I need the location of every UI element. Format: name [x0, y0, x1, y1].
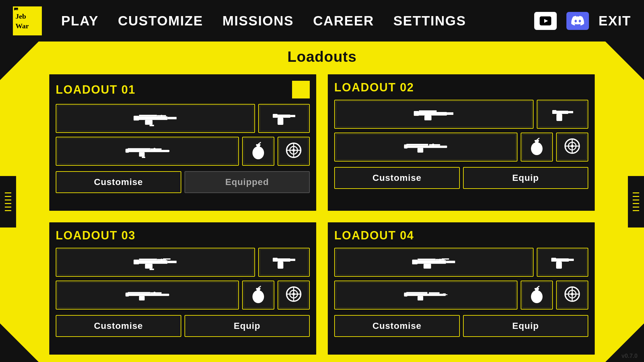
svg-rect-110 — [404, 292, 407, 296]
loadout-01-customise-button[interactable]: Customise — [56, 171, 181, 193]
svg-rect-114 — [443, 293, 446, 294]
loadout-01-color-box[interactable] — [292, 81, 310, 98]
loadout-04-equip-button[interactable]: Equip — [463, 315, 589, 337]
loadout-03-grenade[interactable] — [242, 281, 274, 310]
loadout-03-sniper[interactable] — [56, 281, 239, 310]
svg-rect-42 — [424, 116, 431, 120]
main-content: Loadouts LOADOUT 01 — [0, 42, 644, 362]
svg-text:elite: elite — [15, 9, 20, 12]
loadout-03-primary-weapon[interactable] — [56, 248, 255, 277]
notch-line — [633, 192, 639, 193]
svg-rect-24 — [142, 157, 145, 158]
loadout-03-customise-button[interactable]: Customise — [56, 315, 181, 337]
notch-line — [5, 200, 11, 200]
nav-settings[interactable]: SETTINGS — [393, 13, 466, 29]
svg-rect-75 — [290, 259, 295, 261]
notch-line — [633, 196, 639, 197]
notch-line — [5, 210, 11, 211]
svg-rect-78 — [278, 260, 289, 262]
svg-rect-106 — [556, 262, 562, 269]
loadout-03-bottom-weapons — [56, 281, 310, 310]
loadout-02-ability[interactable] — [556, 133, 588, 162]
left-notch — [0, 176, 16, 227]
svg-rect-79 — [125, 294, 169, 296]
exit-button[interactable]: EXIT — [599, 13, 631, 29]
svg-point-64 — [571, 145, 573, 147]
svg-point-84 — [153, 292, 156, 294]
loadout-03-ability[interactable] — [278, 281, 310, 310]
nav-play[interactable]: PLAY — [61, 13, 99, 29]
loadout-02-sniper[interactable] — [334, 133, 517, 162]
notch-line — [5, 207, 11, 208]
loadout-01-equip-button[interactable]: Equipped — [185, 171, 310, 193]
nav-customize[interactable]: CUSTOMIZE — [118, 13, 203, 29]
svg-rect-16 — [290, 115, 295, 117]
corner-bl — [0, 323, 39, 362]
notch-line — [633, 210, 639, 211]
notch-line — [633, 200, 639, 200]
loadout-04-bottom-weapons — [334, 281, 588, 310]
loadout-02-bottom-weapons — [334, 133, 588, 162]
svg-rect-107 — [551, 258, 556, 262]
loadout-03-equip-button[interactable]: Equip — [185, 315, 310, 337]
loadout-02-header: LOADOUT 02 — [334, 81, 588, 94]
loadout-02-primary-weapon[interactable] — [334, 100, 534, 129]
svg-rect-46 — [556, 114, 562, 121]
svg-rect-51 — [417, 148, 423, 153]
loadout-04-ability[interactable] — [556, 281, 588, 310]
loadout-04-card: LOADOUT 04 — [327, 221, 596, 356]
loadout-01-primary-weapon[interactable] — [56, 104, 255, 133]
svg-rect-70 — [139, 258, 157, 260]
corner-tl — [0, 42, 39, 80]
logo[interactable]: Jeb War elite — [13, 6, 42, 35]
svg-rect-17 — [278, 118, 283, 125]
nav-missions[interactable]: MISSIONS — [223, 13, 294, 29]
loadout-01-header: LOADOUT 01 — [56, 81, 310, 98]
svg-rect-30 — [256, 144, 260, 146]
loadout-04-header: LOADOUT 04 — [334, 229, 588, 242]
loadout-01-secondary-weapon[interactable] — [258, 104, 310, 133]
svg-rect-112 — [429, 292, 439, 293]
svg-rect-10 — [145, 120, 152, 125]
loadout-04-primary-weapon[interactable] — [334, 248, 534, 277]
loadout-04-title: LOADOUT 04 — [334, 229, 414, 242]
notch-line — [5, 203, 11, 204]
loadout-03-secondary-weapon[interactable] — [258, 248, 310, 277]
svg-rect-100 — [417, 258, 435, 260]
svg-rect-87 — [256, 288, 260, 290]
loadout-04-sniper[interactable] — [334, 281, 517, 310]
svg-rect-43 — [419, 110, 437, 112]
loadout-01-top-weapons — [56, 104, 310, 133]
loadout-02-top-weapons — [334, 100, 588, 129]
loadout-01-sniper[interactable] — [56, 137, 239, 166]
svg-rect-21 — [128, 148, 150, 150]
loadout-02-secondary-weapon[interactable] — [537, 100, 588, 129]
svg-rect-81 — [125, 292, 129, 296]
loadout-04-grenade[interactable] — [521, 281, 553, 310]
svg-rect-69 — [149, 268, 154, 270]
loadout-01-ability[interactable] — [278, 137, 310, 166]
svg-rect-48 — [404, 145, 447, 148]
svg-line-57 — [537, 138, 539, 140]
loadout-02-grenade[interactable] — [521, 133, 553, 162]
discord-button[interactable] — [566, 12, 589, 30]
loadout-04-secondary-weapon[interactable] — [537, 248, 588, 277]
svg-rect-105 — [569, 259, 574, 261]
loadout-02-customise-button[interactable]: Customise — [334, 167, 460, 189]
svg-rect-32 — [255, 151, 261, 152]
svg-point-72 — [160, 258, 162, 260]
svg-rect-90 — [255, 297, 261, 298]
loadout-02-card: LOADOUT 02 — [327, 73, 596, 212]
loadout-03-title: LOADOUT 03 — [56, 229, 136, 242]
svg-rect-83 — [150, 292, 161, 293]
loadout-04-customise-button[interactable]: Customise — [334, 315, 460, 337]
svg-point-95 — [292, 293, 295, 295]
loadout-04-actions: Customise Equip — [334, 315, 588, 337]
svg-rect-96 — [413, 260, 446, 264]
nav-career[interactable]: CAREER — [313, 13, 374, 29]
youtube-button[interactable] — [534, 12, 557, 30]
loadout-01-grenade[interactable] — [242, 137, 274, 166]
loadout-02-equip-button[interactable]: Equip — [463, 167, 589, 189]
svg-rect-99 — [423, 264, 431, 268]
corner-tr — [605, 42, 644, 80]
